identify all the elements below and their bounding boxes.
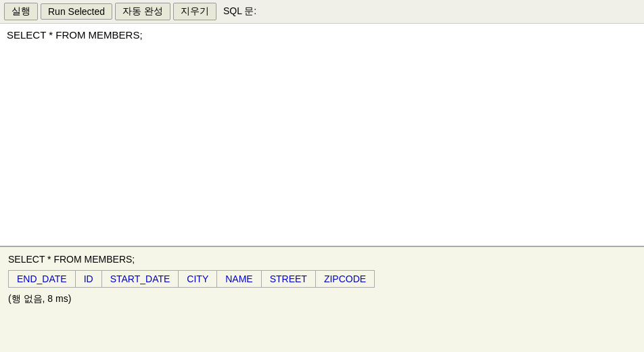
col-id: ID	[75, 271, 101, 288]
col-city: CITY	[179, 271, 217, 288]
run-button[interactable]: 실행	[4, 3, 38, 20]
table-header-row: END_DATE ID START_DATE CITY NAME STREET …	[9, 271, 375, 288]
sql-editor[interactable]: SELECT * FROM MEMBERS;	[0, 24, 644, 247]
results-panel: SELECT * FROM MEMBERS; END_DATE ID START…	[0, 247, 644, 352]
clear-button[interactable]: 지우기	[173, 3, 216, 20]
col-name: NAME	[217, 271, 261, 288]
sql-label: SQL 문:	[223, 5, 256, 18]
results-status: (행 없음, 8 ms)	[8, 293, 636, 305]
editor-content: SELECT * FROM MEMBERS;	[7, 29, 143, 41]
autocomplete-button[interactable]: 자동 완성	[115, 3, 170, 20]
col-end-date: END_DATE	[9, 271, 76, 288]
col-zipcode: ZIPCODE	[315, 271, 374, 288]
results-query-text: SELECT * FROM MEMBERS;	[8, 254, 636, 265]
toolbar: 실행 Run Selected 자동 완성 지우기 SQL 문:	[0, 0, 644, 24]
run-selected-button[interactable]: Run Selected	[41, 3, 112, 20]
results-table: END_DATE ID START_DATE CITY NAME STREET …	[8, 270, 375, 288]
col-start-date: START_DATE	[101, 271, 179, 288]
col-street: STREET	[261, 271, 315, 288]
